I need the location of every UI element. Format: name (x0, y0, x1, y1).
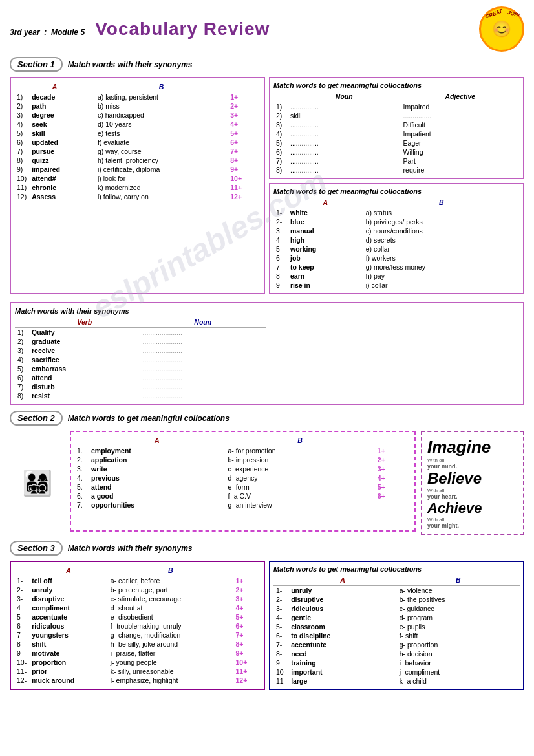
num-th (273, 91, 288, 102)
noun-adj-title: Match words to get meaningful collocatio… (273, 81, 520, 89)
verb-noun-section: Match words with their synonyms Verb Nou… (10, 302, 524, 405)
table-row: 5) embarrass ..................... (15, 364, 266, 373)
table-row: 3- ridiculous c- guidance (273, 604, 520, 613)
row-num: 4. (74, 473, 89, 482)
table-row: 9- rise in i) collar (273, 281, 520, 290)
score-val: 3+ (228, 111, 261, 120)
col-b-val: a) status (363, 208, 520, 218)
s3l-col-b: B (108, 565, 233, 576)
table-row: 8) ............... require (273, 166, 520, 175)
col-a-val: updated (29, 138, 95, 147)
noun-val: ............... (288, 147, 401, 157)
row-num: 5) (273, 138, 288, 147)
col-a-header: A (14, 81, 95, 92)
grade-module: 3rd year : Module 5 (10, 28, 85, 37)
your-mind: your mind. (427, 463, 518, 470)
section2-label: Section 2 (10, 411, 63, 426)
adj-val: Impatient (401, 129, 520, 138)
score-val: 3+ (233, 594, 261, 603)
row-num: 1. (74, 446, 89, 456)
section2-table: A B 1. employment a- for promotion 1+ 2.… (74, 435, 411, 510)
score-val: 5+ (233, 612, 261, 621)
row-num: 9) (14, 165, 29, 174)
page-header: 3rd year : Module 5 Vocabulary Review GR… (10, 6, 524, 52)
col-a-val: application (89, 455, 225, 464)
row-num: 9- (273, 658, 288, 667)
row-num: 8- (273, 649, 288, 658)
col-a2: A (288, 197, 363, 208)
col-a-val: compliment (29, 603, 108, 612)
col-a-val: write (89, 464, 225, 473)
col-a-val: previous (89, 473, 225, 482)
your-might: your might. (427, 523, 518, 529)
col-a-val: employment (89, 446, 225, 456)
noun-val: ............... (288, 166, 401, 175)
row-num: 7) (273, 157, 288, 166)
col-b-val: i) collar (363, 281, 520, 290)
col-b-header: B (95, 81, 228, 92)
score-val: 4+ (233, 603, 261, 612)
row-num: 4- (273, 613, 288, 622)
score-val: 1+ (228, 92, 261, 102)
row-num: 11- (14, 667, 29, 676)
score-val: 5+ (375, 482, 411, 491)
col-b2: B (363, 197, 520, 208)
adj-val: require (401, 166, 520, 175)
row-num: 6) (15, 373, 29, 382)
score-val (375, 501, 411, 510)
col-a-val: degree (29, 111, 95, 120)
s3r-col-b: B (397, 575, 520, 586)
col-a-val: shift (29, 640, 108, 649)
your-heart: your heart. (427, 493, 518, 500)
table-row: 7) ............... Part (273, 157, 520, 166)
col-b-val: g- change, modification (108, 631, 233, 640)
section3-left-title: Match words with their synonyms (68, 544, 193, 553)
row-num: 4- (14, 603, 29, 612)
col-b-val: k) modernized (95, 183, 228, 192)
section3-left-table: A B 1- tell off a- earlier, before 1+ 2-… (14, 565, 261, 685)
table-row: 4- gentle d- program (273, 613, 520, 622)
row-num: 2) (15, 337, 29, 346)
score-val: 12+ (228, 192, 261, 201)
col-a-val: earn (288, 272, 363, 281)
col-a-val: attend# (29, 174, 95, 183)
col-a-val: high (288, 235, 363, 244)
noun-dotted: ..................... (140, 337, 266, 346)
row-num: 9- (273, 281, 288, 290)
row-num: 1) (273, 102, 288, 112)
col-b-val: h) talent, proficiency (95, 156, 228, 165)
page-title: Vocabulary Review (95, 19, 270, 39)
table-row: 2- blue b) privileges/ perks (273, 217, 520, 226)
row-num: 7) (15, 382, 29, 391)
row-num: 7) (14, 147, 29, 156)
module-text: Module 5 (51, 28, 85, 37)
s3l-num-th (14, 565, 29, 576)
row-num: 6) (14, 138, 29, 147)
row-num: 1- (14, 576, 29, 586)
believe-text: Believe (427, 470, 518, 488)
score-val: 2+ (375, 455, 411, 464)
col-b-val: g- proportion (397, 640, 520, 649)
col-a-val: to discipline (288, 631, 397, 640)
col-b-val: c) handicapped (95, 111, 228, 120)
col-b-val: b- the positives (397, 595, 520, 604)
col-b-val: j- compliment (397, 667, 520, 676)
s3l-col-a: A (29, 565, 108, 576)
col-a-val: job (288, 254, 363, 263)
col-b-val: f- troublemaking, unruly (108, 621, 233, 631)
verb-th: Verb (29, 317, 140, 328)
adj-th: Adjective (401, 91, 520, 102)
col-b-val: c) hours/conditions (363, 226, 520, 235)
row-num: 6- (273, 631, 288, 640)
score-val: 4+ (228, 120, 261, 129)
imagine-text: Imagine (427, 437, 518, 457)
col-b-val: g) more/less money (363, 263, 520, 272)
table-row: 3- disruptive c- stimulate, encourage 3+ (14, 594, 261, 603)
col-a-val: unruly (29, 585, 108, 594)
col-b-val: i- behavior (397, 658, 520, 667)
score-val: 9+ (233, 649, 261, 658)
col-b-val: a) lasting, persistent (95, 92, 228, 102)
colloc-ab-title: Match words to get meaningful collocatio… (273, 188, 520, 195)
verb-val: embarrass (29, 364, 140, 373)
smiley-icon: 😊 (492, 20, 511, 38)
